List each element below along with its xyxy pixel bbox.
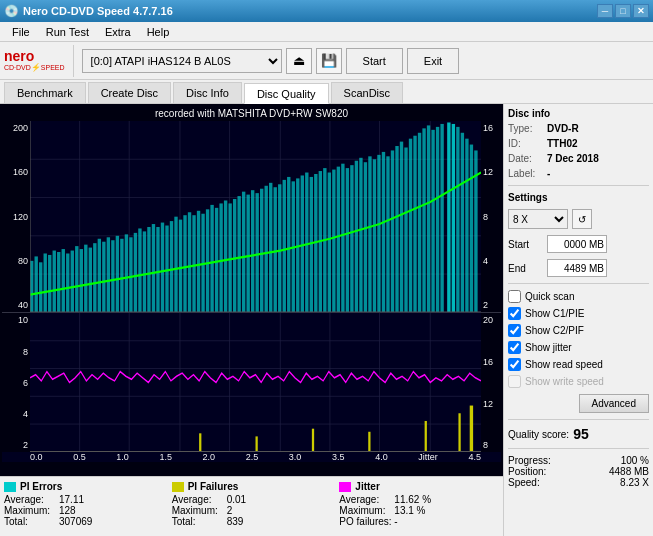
speed-stat-value: 8.23 X [620, 477, 649, 488]
svg-rect-55 [224, 200, 227, 312]
svg-rect-35 [134, 233, 137, 312]
start-button[interactable]: Start [346, 48, 403, 74]
tab-discinfo[interactable]: Disc Info [173, 82, 242, 103]
legend-pif-header: PI Failures [172, 481, 332, 492]
svg-rect-28 [102, 242, 105, 313]
svg-rect-98 [418, 133, 421, 313]
menu-runtest[interactable]: Run Test [38, 22, 97, 41]
separator-4 [508, 448, 649, 449]
speed-select[interactable]: 8 X 4 X 2 X MAX [508, 209, 568, 229]
svg-rect-74 [310, 177, 313, 312]
svg-rect-72 [301, 175, 304, 312]
svg-rect-26 [93, 243, 96, 312]
minimize-button[interactable]: ─ [597, 4, 613, 18]
svg-rect-79 [332, 170, 335, 313]
svg-rect-104 [447, 122, 450, 312]
svg-rect-78 [328, 173, 331, 313]
advanced-button[interactable]: Advanced [579, 394, 649, 413]
showwritespeed-checkbox[interactable] [508, 375, 521, 388]
logo-area: nero CD·DVD⚡SPEED [4, 45, 74, 77]
legend-jitter-label: Jitter [355, 481, 379, 492]
x-4.0: 4.0 [375, 452, 388, 462]
upper-yr-8: 8 [483, 212, 488, 222]
legend-pie-total: Total:307069 [4, 516, 164, 527]
showc2pif-checkbox[interactable] [508, 324, 521, 337]
svg-rect-47 [188, 212, 191, 312]
svg-rect-82 [346, 168, 349, 312]
legend-pie-label: PI Errors [20, 481, 62, 492]
lower-y-right: 20 16 12 8 [481, 313, 501, 452]
x-0.5: 0.5 [73, 452, 86, 462]
maximize-button[interactable]: □ [615, 4, 631, 18]
showreadspeed-checkbox[interactable] [508, 358, 521, 371]
svg-rect-96 [409, 139, 412, 313]
legend-pif-color [172, 482, 184, 492]
svg-rect-16 [48, 255, 51, 312]
lower-yr-12: 12 [483, 399, 493, 409]
separator-3 [508, 419, 649, 420]
legend-jitter-avg: Average:11.62 % [339, 494, 499, 505]
tab-createdisc[interactable]: Create Disc [88, 82, 171, 103]
svg-rect-18 [57, 252, 60, 312]
svg-rect-61 [251, 190, 254, 312]
showjitter-row: Show jitter [508, 341, 649, 354]
svg-rect-45 [179, 220, 182, 313]
drive-select[interactable]: [0:0] ATAPI iHAS124 B AL0S [82, 49, 282, 73]
svg-rect-38 [147, 227, 150, 312]
svg-rect-59 [242, 192, 245, 313]
end-mb-input[interactable] [547, 259, 607, 277]
svg-rect-65 [269, 183, 272, 313]
svg-rect-128 [368, 432, 370, 452]
start-mb-input[interactable] [547, 235, 607, 253]
svg-rect-44 [174, 217, 177, 313]
tab-scandisc[interactable]: ScanDisc [331, 82, 403, 103]
legend-area: PI Errors Average:17.11 Maximum:128 Tota… [0, 476, 503, 536]
svg-rect-60 [246, 195, 249, 313]
upper-chart-svg [30, 121, 481, 312]
menu-bar: File Run Test Extra Help [0, 22, 653, 42]
legend-jitter-max: Maximum:13.1 % [339, 505, 499, 516]
tab-benchmark[interactable]: Benchmark [4, 82, 86, 103]
quickscan-checkbox[interactable] [508, 290, 521, 303]
showc1pie-checkbox[interactable] [508, 307, 521, 320]
exit-button[interactable]: Exit [407, 48, 459, 74]
reset-button[interactable]: ↺ [572, 209, 592, 229]
save-button[interactable]: 💾 [316, 48, 342, 74]
showwritespeed-row: Show write speed [508, 375, 649, 388]
svg-rect-58 [237, 196, 240, 312]
logo: nero CD·DVD⚡SPEED [4, 49, 65, 73]
quickscan-label: Quick scan [525, 291, 574, 302]
legend-pie-max: Maximum:128 [4, 505, 164, 516]
legend-pi-failures: PI Failures Average:0.01 Maximum:2 Total… [172, 481, 332, 532]
disc-info-title: Disc info [508, 108, 649, 119]
lower-y-left: 10 8 6 4 2 [2, 313, 30, 452]
menu-help[interactable]: Help [139, 22, 178, 41]
svg-rect-23 [80, 249, 83, 312]
id-label: ID: [508, 138, 543, 149]
menu-file[interactable]: File [4, 22, 38, 41]
svg-rect-125 [199, 434, 201, 453]
progress-label: Progress: [508, 455, 551, 466]
legend-jitter-color [339, 482, 351, 492]
tab-discquality[interactable]: Disc Quality [244, 83, 329, 104]
svg-rect-95 [404, 147, 407, 312]
svg-rect-42 [165, 226, 168, 313]
lower-y-8: 8 [23, 347, 28, 357]
svg-rect-37 [143, 231, 146, 312]
quickscan-row: Quick scan [508, 290, 649, 303]
svg-rect-81 [341, 164, 344, 313]
svg-rect-67 [278, 184, 281, 312]
upper-yr-2: 2 [483, 300, 488, 310]
menu-extra[interactable]: Extra [97, 22, 139, 41]
lower-chart-svg [30, 313, 481, 452]
close-button[interactable]: ✕ [633, 4, 649, 18]
progress-section: Progress: 100 % Position: 4488 MB Speed:… [508, 455, 649, 488]
legend-pif-max: Maximum:2 [172, 505, 332, 516]
legend-pi-errors-header: PI Errors [4, 481, 164, 492]
quality-score-value: 95 [573, 426, 589, 442]
svg-rect-94 [400, 142, 403, 313]
x-jitter: Jitter [418, 452, 438, 462]
svg-rect-80 [337, 167, 340, 313]
showjitter-checkbox[interactable] [508, 341, 521, 354]
eject-button[interactable]: ⏏ [286, 48, 312, 74]
